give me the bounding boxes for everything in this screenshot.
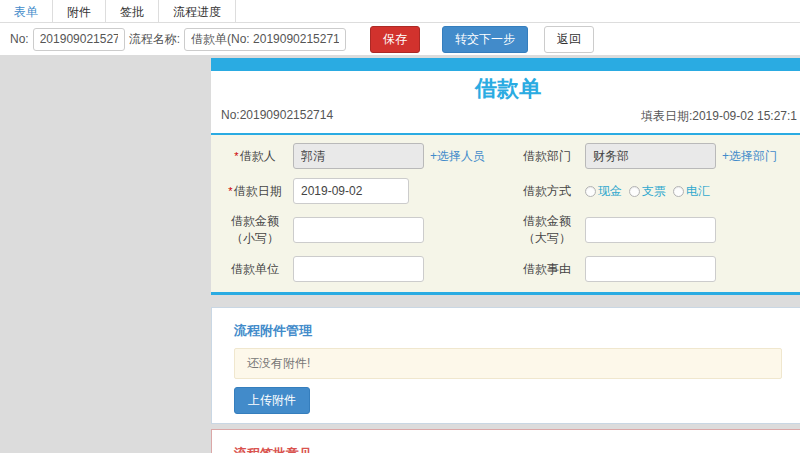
back-button[interactable]: 返回 [544,26,594,53]
form-title: 借款单 [215,77,800,101]
borrow-date-input[interactable] [293,178,409,204]
radio-icon[interactable] [585,186,596,197]
borrow-reason-label: 借款事由 [509,261,585,278]
form-meta-row: No:20190902152714 填表日期:2019-09-02 15:27:… [215,108,800,129]
borrower-input[interactable] [293,143,424,169]
approval-opinions-section: 流程签批意见 B I abc ⚑ ” 样式 [211,429,800,453]
department-input[interactable] [585,143,716,169]
radio-icon[interactable] [629,186,640,197]
required-mark: * [234,150,238,162]
radio-wire-label: 电汇 [686,183,710,200]
borrow-date-label: *借款日期 [217,183,293,200]
borrow-unit-label: 借款单位 [217,261,293,278]
borrower-label: *借款人 [217,148,293,165]
top-header: 表单 附件 签批 流程进度 No: 流程名称: 保存 转交下一步 返回 [0,0,800,55]
select-person-link[interactable]: +选择人员 [430,148,485,165]
form-fill-date: 填表日期:2019-09-02 15:27:1 [641,108,797,125]
amount-upper-label: 借款金额（大写） [509,213,585,247]
tab-attachments[interactable]: 附件 [53,0,106,22]
required-mark: * [228,185,232,197]
tab-approval[interactable]: 签批 [106,0,159,22]
borrow-reason-input[interactable] [585,256,716,282]
radio-check[interactable]: 支票 [629,183,666,200]
loan-form-card: 借款单 No:20190902152714 填表日期:2019-09-02 15… [211,58,800,295]
forward-next-step-button[interactable]: 转交下一步 [442,26,528,53]
radio-wire[interactable]: 电汇 [673,183,710,200]
attachments-section: 流程附件管理 还没有附件! 上传附件 [211,307,800,424]
action-toolbar: No: 流程名称: 保存 转交下一步 返回 [0,23,800,55]
borrow-unit-input[interactable] [293,256,424,282]
radio-icon[interactable] [673,186,684,197]
no-input[interactable] [33,28,125,51]
select-department-link[interactable]: +选择部门 [722,148,777,165]
upload-attachment-button[interactable]: 上传附件 [234,387,310,414]
process-name-input[interactable] [184,28,346,51]
radio-check-label: 支票 [642,183,666,200]
no-label: No: [10,32,29,46]
save-button[interactable]: 保存 [370,26,420,53]
radio-cash[interactable]: 现金 [585,183,622,200]
borrow-method-options: 现金 支票 电汇 [585,183,799,200]
radio-cash-label: 现金 [598,183,622,200]
tab-process-progress[interactable]: 流程进度 [159,0,236,22]
process-name-label: 流程名称: [129,31,180,48]
department-label: 借款部门 [509,148,585,165]
amount-lower-label: 借款金额（小写） [217,213,293,247]
main-panel: 借款单 No:20190902152714 填表日期:2019-09-02 15… [211,58,800,453]
borrow-method-label: 借款方式 [509,183,585,200]
tab-form[interactable]: 表单 [0,0,53,22]
form-top-accent-bar [211,58,800,71]
no-attachments-alert: 还没有附件! [234,348,782,379]
amount-upper-input[interactable] [585,217,716,243]
form-doc-no: No:20190902152714 [221,108,333,125]
attachments-heading: 流程附件管理 [234,322,782,340]
tab-bar: 表单 附件 签批 流程进度 [0,0,800,23]
form-fields: *借款人 +选择人员 借款部门 +选择部门 *借款日期 借款方式 现金 [211,135,800,295]
form-header: 借款单 No:20190902152714 填表日期:2019-09-02 15… [211,71,800,135]
approval-opinions-heading: 流程签批意见 [234,445,782,453]
amount-lower-input[interactable] [293,217,424,243]
